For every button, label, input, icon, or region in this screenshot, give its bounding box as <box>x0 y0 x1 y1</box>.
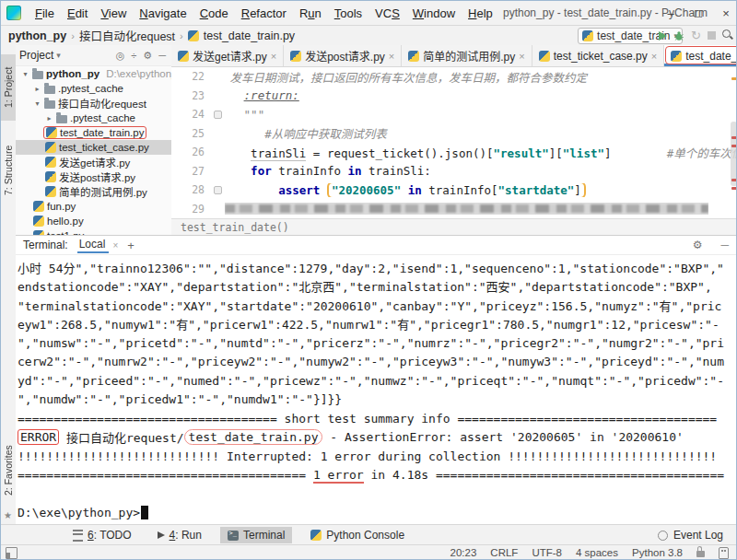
tree-item[interactable]: ▾python_pyD:\exe\python_py <box>16 66 171 81</box>
chevron-down-icon[interactable]: ▾ <box>33 99 41 108</box>
code-editor[interactable]: 22 发车日期测试，接口返回的所有车次信息，发车日期，都符合参数约定23 :re… <box>171 67 737 218</box>
code-segment: "20200605" in trainInfo["startdate"] <box>327 183 586 197</box>
hide-panel-icon[interactable]: ─ <box>157 50 168 61</box>
tree-item-content: fun.py <box>31 201 77 212</box>
menu-item-code[interactable]: Code <box>200 6 228 20</box>
tab-close-icon[interactable]: × <box>389 51 394 62</box>
tab-close-icon[interactable]: × <box>271 51 276 62</box>
editor-tab[interactable]: test_ticket_case.py× <box>532 45 665 66</box>
tree-item[interactable]: ▸.pytest_cache <box>16 81 171 96</box>
breadcrumb-separator: › <box>180 30 183 41</box>
menu-item-run[interactable]: Run <box>299 6 322 20</box>
settings-gear-icon[interactable]: ⚙ <box>693 239 703 251</box>
editor-area: 发送get请求.py×发送post请求.py×简单的测试用例.py×test_t… <box>171 45 737 235</box>
tree-item[interactable]: 发送post请求.py <box>16 169 171 184</box>
chevron-right-icon[interactable]: ▸ <box>33 85 41 93</box>
tree-item[interactable]: test_ticket_case.py <box>16 140 171 155</box>
fold-marker-icon[interactable] <box>214 111 222 119</box>
scrollbar-thumb[interactable] <box>731 122 737 186</box>
tool-window-switcher-icon[interactable] <box>6 547 18 559</box>
menu-item-refactor[interactable]: Refactor <box>241 6 287 20</box>
sidebar-item-project[interactable]: 1: Project <box>1 54 16 121</box>
terminal-header: Terminal: Local × + ⚙ ─ <box>16 236 737 255</box>
breadcrumb-item[interactable]: python_py <box>8 29 66 42</box>
editor-tab[interactable]: test_date_train.py× <box>664 45 737 66</box>
fold-marker-icon[interactable] <box>214 186 222 194</box>
locate-file-icon[interactable]: ◎ <box>114 50 127 62</box>
terminal-output[interactable]: 小时 54分","trainno12306":"","distance":127… <box>16 255 737 522</box>
event-log-button[interactable]: Event Log <box>673 529 723 542</box>
code-segment: assert <box>278 183 320 197</box>
collapse-all-icon[interactable]: ÷ <box>129 50 138 61</box>
terminal-line: 小时 54分","trainno12306":"","distance":127… <box>18 258 737 277</box>
maximize-window-icon[interactable]: □ <box>692 6 705 20</box>
sidebar-item-structure[interactable]: 7: Structure <box>1 130 16 211</box>
line-number: 28 <box>171 183 212 196</box>
error-stripe-bar[interactable] <box>731 66 737 217</box>
menu-item-edit[interactable]: Edit <box>67 6 88 20</box>
status-item[interactable]: CRLF <box>490 547 518 558</box>
code-segment: ][ <box>549 146 563 160</box>
settings-gear-icon[interactable]: ⚙ <box>141 50 154 62</box>
breadcrumb-item[interactable]: test_date_train.py <box>204 29 295 42</box>
menu-item-view[interactable]: View <box>100 6 126 20</box>
editor-tab[interactable]: 简单的测试用例.py× <box>402 45 532 66</box>
code-line: 25 #从响应中获取测试列表 <box>171 124 737 144</box>
tree-item-label: fun.py <box>47 201 76 212</box>
tree-item[interactable]: 简单的测试用例.py <box>16 184 171 199</box>
status-item[interactable]: 20:23 <box>450 547 477 558</box>
menu-item-file[interactable]: File <box>35 6 54 20</box>
status-item[interactable]: Python 3.8 <box>632 547 683 558</box>
tab-label: 发送get请求.py <box>193 48 267 64</box>
breadcrumb-item[interactable]: 接口自动化request <box>79 27 175 44</box>
editor-tab[interactable]: 发送post请求.py× <box>284 45 402 66</box>
status-item[interactable]: UTF-8 <box>532 547 562 558</box>
tree-item[interactable]: ▾接口自动化request <box>16 96 171 111</box>
breadcrumb-separator: › <box>71 30 75 41</box>
code-segment: for <box>251 164 272 178</box>
coverage-button[interactable]: ↻ <box>691 31 701 41</box>
run-button[interactable] <box>659 31 667 41</box>
terminal-line: cerw2":"-","numrw2":"-","priceyw2":"-","… <box>18 353 737 372</box>
menu-item-tools[interactable]: Tools <box>334 6 362 20</box>
toolwindow-button-6-todo[interactable]: 6: TODO <box>65 527 139 543</box>
chevron-down-icon[interactable]: ▾ <box>56 51 61 60</box>
tree-item-label: 接口自动化request <box>58 96 146 111</box>
chevron-right-icon[interactable]: ▸ <box>45 114 53 122</box>
minimize-window-icon[interactable]: – <box>664 6 677 20</box>
sidebar-item-favorites[interactable]: 2: Favorites <box>1 434 16 508</box>
toolwindow-button-terminal[interactable]: Terminal <box>220 527 292 543</box>
toolwindow-button-4-run[interactable]: 4: Run <box>150 527 209 543</box>
new-terminal-icon[interactable]: + <box>127 239 135 252</box>
hide-panel-icon[interactable]: ─ <box>720 239 729 251</box>
notifications-icon[interactable] <box>719 547 729 559</box>
tree-item[interactable]: test1.py <box>16 228 171 235</box>
python-console-icon <box>310 530 322 541</box>
tab-close-icon[interactable]: × <box>651 51 657 62</box>
search-everywhere-icon[interactable] <box>722 29 734 41</box>
menu-item-window[interactable]: Window <box>413 6 455 20</box>
tab-close-icon[interactable]: × <box>519 51 524 62</box>
tree-item[interactable]: fun.py <box>16 199 171 214</box>
chevron-down-icon[interactable]: ▾ <box>21 70 29 78</box>
tree-item[interactable]: 发送get请求.py <box>16 155 171 169</box>
terminal-tab-local[interactable]: Local <box>77 238 110 252</box>
close-icon[interactable]: × <box>112 240 118 251</box>
tree-item[interactable]: hello.py <box>16 214 171 228</box>
terminal-line: D:\exe\python_py> <box>18 504 737 523</box>
menu-bar: FileEditViewNavigateCodeRefactorRunTools… <box>29 6 499 20</box>
menu-item-vcs[interactable]: VCS <box>375 6 400 20</box>
code-segment: ] <box>604 146 667 160</box>
stop-button[interactable] <box>708 31 716 40</box>
status-item[interactable]: 4 spaces <box>576 547 618 558</box>
lock-icon[interactable] <box>696 551 705 557</box>
tree-item[interactable]: ▸.pytest_cache <box>16 111 171 125</box>
close-window-icon[interactable]: × <box>719 6 732 20</box>
editor-tab[interactable]: 发送get请求.py× <box>171 45 284 66</box>
tree-item[interactable]: test_date_train.py <box>16 125 171 140</box>
debug-button[interactable] <box>673 30 684 41</box>
toolwindow-button-python-console[interactable]: Python Console <box>303 527 412 543</box>
code-segment: :return: <box>244 88 299 102</box>
menu-item-help[interactable]: Help <box>468 6 493 20</box>
menu-item-navigate[interactable]: Navigate <box>139 6 186 20</box>
